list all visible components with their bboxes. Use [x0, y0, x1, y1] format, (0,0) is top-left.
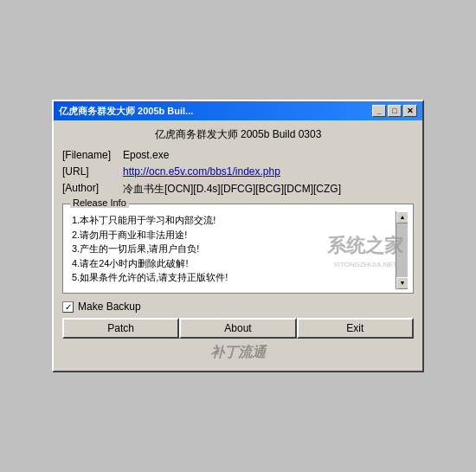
author-row: [Author] 冷血书生[OCN][D.4s][DFCG][BCG][DCM]… [62, 182, 414, 197]
maximize-button[interactable]: □ [388, 105, 402, 117]
minimize-button[interactable]: _ [372, 105, 386, 117]
title-bar-controls: _ □ ✕ [372, 105, 417, 117]
close-button[interactable]: ✕ [403, 105, 417, 117]
release-line-5: 5.如果条件允许的话,请支持正版软件! [72, 270, 404, 285]
watermark-en: XITONGZHIJIA.NET [327, 260, 403, 270]
about-button[interactable]: About [179, 318, 296, 339]
watermark-cn: 系统之家 [327, 231, 403, 260]
title-bar-text: 亿虎商务群发大师 2005b Buil... [59, 105, 193, 118]
filename-label: [Filename] [62, 149, 123, 161]
release-group-label: Release Info [70, 197, 129, 208]
release-line-1: 1.本补丁只能用于学习和内部交流! [72, 213, 404, 228]
patch-button[interactable]: Patch [62, 318, 179, 339]
button-row: Patch About Exit [62, 318, 414, 339]
filename-row: [Filename] Epost.exe [62, 149, 414, 161]
window-body: 亿虎商务群发大师 2005b Build 0303 [Filename] Epo… [54, 120, 422, 371]
url-row: [URL] http://ocn.e5v.com/bbs1/index.php [62, 165, 414, 178]
author-value: 冷血书生[OCN][D.4s][DFCG][BCG][DCM][CZG] [123, 182, 341, 197]
url-value[interactable]: http://ocn.e5v.com/bbs1/index.php [123, 165, 280, 178]
title-bar: 亿虎商务群发大师 2005b Buil... _ □ ✕ [54, 101, 422, 120]
backup-row: Make Backup [62, 301, 414, 313]
exit-button[interactable]: Exit [297, 318, 414, 339]
author-label: [Author] [62, 182, 123, 194]
watermark: 系统之家 XITONGZHIJIA.NET [327, 231, 403, 270]
make-backup-checkbox[interactable] [62, 301, 74, 313]
filename-value: Epost.exe [123, 149, 169, 161]
url-label: [URL] [62, 165, 123, 178]
bottom-watermark: 补丁流通 [62, 344, 414, 362]
app-title: 亿虎商务群发大师 2005b Build 0303 [62, 127, 414, 142]
release-content: 1.本补丁只能用于学习和内部交流! 2.请勿用于商业和非法用途! 3.产生的一切… [68, 211, 408, 289]
main-window: 亿虎商务群发大师 2005b Buil... _ □ ✕ 亿虎商务群发大师 20… [52, 100, 424, 372]
release-info-group: Release Info 1.本补丁只能用于学习和内部交流! 2.请勿用于商业和… [62, 204, 414, 294]
make-backup-label: Make Backup [78, 301, 141, 313]
